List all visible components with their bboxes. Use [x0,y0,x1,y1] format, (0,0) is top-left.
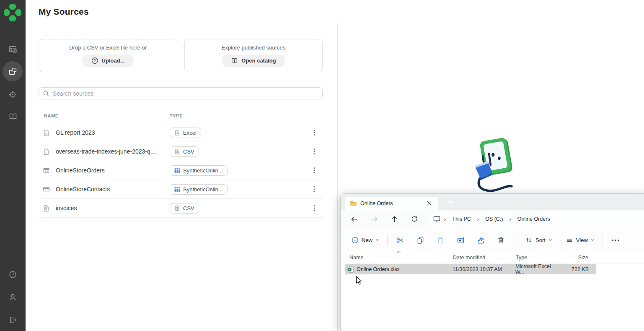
sources-table-header: NAME TYPE [39,108,323,123]
view-list-icon [566,236,573,244]
folder-icon [350,201,357,206]
upload-icon [91,57,98,64]
view-button-label: View [576,237,588,243]
chevron-down-icon [548,239,552,241]
csv-badge-icon [174,205,180,211]
file-dropzone[interactable]: Drop a CSV or Excel file here or Upload.… [39,39,177,72]
column-header-type: TYPE [170,113,183,118]
file-explorer-window: Online Orders [340,193,644,331]
breadcrumb-this-pc[interactable]: This PC [449,215,473,223]
new-plus-circle-icon [352,237,359,244]
source-row-invoices[interactable]: invoices CSV [39,199,323,218]
table-dataset-icon [43,167,50,174]
source-row-overseas-trade[interactable]: overseas-trade-indexes-june-2023-q... CS… [39,142,323,161]
file-column-name[interactable]: Name [341,254,449,261]
copy-icon [416,236,424,244]
arrow-up-icon [391,215,398,223]
forward-button[interactable] [367,213,381,225]
file-row-online-orders[interactable]: Online Orders.xlsx 11/30/2023 10:37 AM M… [345,264,596,274]
sidebar-item-explore[interactable] [0,84,26,104]
new-tab-button[interactable] [446,197,456,207]
search-sources-input[interactable] [53,90,318,97]
sort-button[interactable]: Sort [521,233,556,247]
file-column-type[interactable]: Type [512,254,560,261]
sort-icon [525,236,533,244]
upload-button[interactable]: Upload... [82,55,134,67]
kebab-menu-icon [313,167,315,174]
plug-socket-illustration [467,136,517,192]
source-name: OnlineStoreOrders [56,167,105,174]
share-icon [477,236,485,244]
plug [475,154,492,180]
app-logo[interactable] [4,4,21,21]
app-sidebar: ? [0,0,26,331]
breadcrumb-os-c[interactable]: OS (C:) [482,215,506,223]
catalog-text: Explore published sources [222,44,285,51]
source-row-onlinestorecontacts[interactable]: OnlineStoreContacts SyntheticOnlin... [39,180,323,199]
row-menu-button[interactable] [306,205,323,211]
row-menu-button[interactable] [306,148,323,155]
source-name: overseas-trade-indexes-june-2023-q... [56,148,155,155]
chevron-down-icon [591,239,595,241]
source-row-onlinestoreorders[interactable]: OnlineStoreOrders SyntheticOnlin... [39,161,323,180]
kebab-menu-icon [313,186,315,193]
source-row-gl-report[interactable]: GL report 2023 Excel [39,123,323,142]
sidebar-item-sources[interactable] [0,61,26,81]
open-catalog-button[interactable]: Open catalog [222,55,285,67]
arrow-right-icon [370,215,378,223]
back-button[interactable] [347,213,361,225]
sidebar-item-reports[interactable] [0,39,26,59]
rename-button[interactable] [452,233,469,247]
see-more-button[interactable] [607,233,624,247]
share-button[interactable] [472,233,489,247]
type-badge: SyntheticOnlin... [170,165,228,176]
type-badge-label: CSV [183,205,194,211]
paste-button[interactable] [432,233,449,247]
file-column-size[interactable]: Size [560,254,594,261]
new-button-label: New [362,237,372,243]
new-button[interactable]: New [348,233,383,247]
breadcrumb-chevron: › [476,216,480,222]
type-badge: SyntheticOnlin... [170,184,228,195]
breadcrumb-online-orders[interactable]: Online Orders [515,215,553,223]
type-badge-label: SyntheticOnlin... [183,167,223,174]
toolbar-separator [387,235,388,245]
view-button[interactable]: View [562,233,598,247]
source-name: GL report 2023 [56,129,95,136]
logout-icon [8,315,17,324]
refresh-button[interactable] [407,213,422,225]
sidebar-item-catalog[interactable] [0,107,26,127]
cut-button[interactable] [392,233,409,247]
row-menu-button[interactable] [306,186,323,193]
user-icon [8,293,17,302]
row-menu-button[interactable] [306,129,323,136]
kebab-menu-icon [313,148,315,155]
up-button[interactable] [387,213,401,225]
address-bar[interactable]: › This PC › OS (C:) › Online Orders [429,212,644,226]
excel-file-icon [347,266,354,273]
target-icon [8,90,17,99]
mouse-cursor [356,276,362,285]
search-icon [43,90,49,97]
plus-icon [448,199,454,205]
sidebar-item-help[interactable]: ? [0,264,26,284]
breadcrumb-chevron: › [443,216,447,222]
row-menu-button[interactable] [306,167,323,174]
tab-close-button[interactable] [424,199,434,208]
search-sources-box[interactable] [39,87,323,99]
file-column-date-modified[interactable]: Date modified [449,254,512,261]
sidebar-item-logout[interactable] [0,310,26,330]
sources-table: NAME TYPE GL report 2023 Ex [39,108,323,218]
sidebar-item-account[interactable] [0,287,26,307]
type-badge: CSV [170,146,199,157]
kebab-menu-icon [313,205,315,211]
delete-button[interactable] [492,233,509,247]
dropzone-text: Drop a CSV or Excel file here or [69,44,147,51]
document-icon [43,148,50,155]
main-pane: My Sources Drop a CSV or Excel file here… [26,0,337,331]
upload-button-label: Upload... [102,57,125,64]
explorer-tab[interactable]: Online Orders [345,197,438,210]
copy-button[interactable] [412,233,429,247]
catalog-panel: Explore published sources Open catalog [184,39,323,72]
catalog-book-icon [231,57,238,64]
